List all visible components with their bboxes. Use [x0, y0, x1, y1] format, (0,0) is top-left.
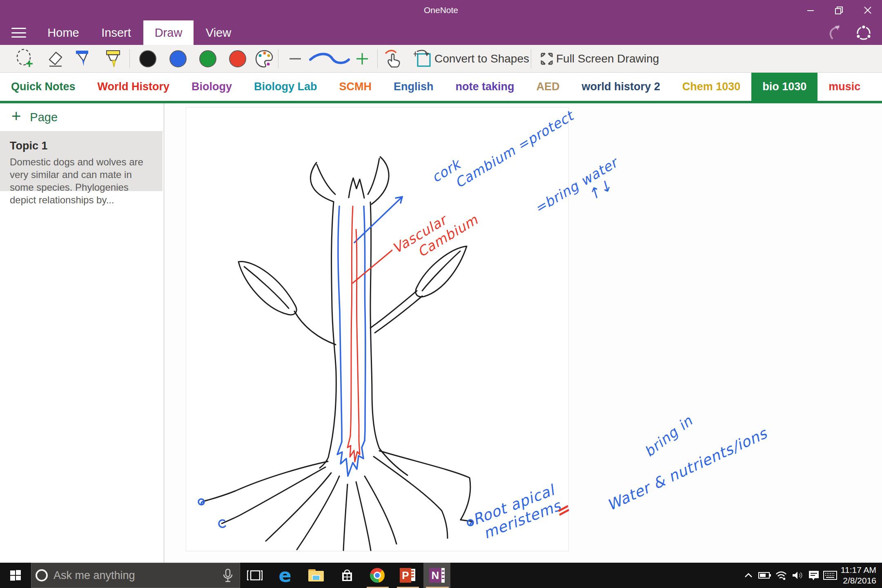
- ink-color-blue[interactable]: [166, 45, 190, 72]
- full-screen-drawing-label[interactable]: Full Screen Drawing: [559, 45, 657, 72]
- taskbar: Ask me anything e: [0, 563, 882, 588]
- ink-color-red[interactable]: [225, 45, 250, 72]
- onenote-window: OneNote Home Insert Draw View: [0, 0, 882, 588]
- red-ink-strokes: [347, 206, 392, 462]
- onenote-taskbar-button[interactable]: N: [423, 563, 450, 588]
- undo-icon[interactable]: [823, 23, 845, 42]
- taskbar-clock[interactable]: 11:17 AM 2/8/2016: [841, 565, 876, 586]
- lasso-select-button[interactable]: [12, 45, 37, 72]
- add-page-plus-icon: +: [11, 107, 21, 125]
- close-icon: [863, 5, 873, 15]
- chrome-icon: [370, 568, 385, 583]
- clock-date: 2/8/2016: [841, 575, 876, 586]
- edge-icon: e: [278, 564, 291, 586]
- touch-hand-icon: [383, 48, 404, 69]
- ink-color-green[interactable]: [196, 45, 220, 72]
- edge-taskbar-button[interactable]: e: [272, 563, 298, 588]
- chrome-taskbar-button[interactable]: [364, 563, 391, 588]
- tab-draw[interactable]: Draw: [143, 20, 194, 45]
- pen-icon: [71, 48, 93, 69]
- decrease-thickness-button[interactable]: [284, 45, 306, 72]
- task-view-icon: [247, 569, 263, 582]
- store-taskbar-button[interactable]: [334, 563, 361, 588]
- full-screen-drawing-button[interactable]: [536, 45, 558, 72]
- battery-icon: [758, 571, 771, 579]
- convert-to-shapes-button[interactable]: [412, 45, 435, 72]
- eraser-icon: [44, 48, 65, 69]
- page-item-topic-1[interactable]: Topic 1 Domestic dogs and wolves are ver…: [0, 131, 163, 191]
- hamburger-menu-button[interactable]: [9, 26, 29, 39]
- clock-time: 11:17 AM: [841, 565, 876, 575]
- minimize-icon: [806, 5, 815, 15]
- stroke-preview-wave-icon: [308, 51, 351, 67]
- draw-toolbar: Convert to Shapes Full Screen Drawing: [0, 45, 882, 73]
- wifi-status[interactable]: [773, 570, 789, 580]
- draw-with-touch-button[interactable]: [381, 45, 405, 72]
- window-title: OneNote: [0, 0, 882, 20]
- title-bar: OneNote: [0, 0, 882, 20]
- section-tab-world-history-2[interactable]: world history 2: [571, 73, 671, 101]
- section-tab-english[interactable]: English: [383, 73, 445, 101]
- page-list-sidebar: + Page Topic 1 Domestic dogs and wolves …: [0, 103, 164, 563]
- powerpoint-icon: P: [400, 568, 415, 583]
- eraser-button[interactable]: [42, 45, 67, 72]
- convert-to-shapes-label[interactable]: Convert to Shapes: [437, 45, 527, 72]
- section-tab-music[interactable]: music: [817, 73, 871, 101]
- minimize-button[interactable]: [796, 0, 825, 20]
- tray-expand-button[interactable]: [740, 572, 757, 579]
- onenote-icon: N: [429, 568, 445, 583]
- plus-icon: [355, 51, 370, 66]
- powerpoint-taskbar-button[interactable]: P: [394, 563, 421, 588]
- section-tab-world-history[interactable]: World History: [87, 73, 181, 101]
- start-button[interactable]: [0, 563, 31, 588]
- tab-insert[interactable]: Insert: [95, 20, 138, 45]
- section-tab-note-taking[interactable]: note taking: [445, 73, 526, 101]
- minus-icon: [288, 51, 303, 66]
- ink-color-black[interactable]: [136, 45, 160, 72]
- plant-sketch: [186, 107, 569, 551]
- battery-status[interactable]: [757, 571, 773, 579]
- section-tab-biology-lab[interactable]: Biology Lab: [243, 73, 328, 101]
- palette-icon: [254, 48, 275, 69]
- section-tab-new-section-1[interactable]: New Section 1: [871, 73, 882, 101]
- search-placeholder: Ask me anything: [53, 569, 222, 582]
- annotation-water-nutrients: Water & nutrients/ions: [604, 425, 770, 514]
- cortana-search-box[interactable]: Ask me anything: [31, 563, 240, 588]
- highlighter-button[interactable]: [101, 45, 125, 72]
- pen-button[interactable]: [70, 45, 94, 72]
- touch-keyboard-button[interactable]: [822, 571, 838, 580]
- content-area: + Page Topic 1 Domestic dogs and wolves …: [0, 103, 882, 563]
- add-page-button[interactable]: + Page: [0, 103, 164, 131]
- section-tab-aed[interactable]: AED: [526, 73, 571, 101]
- store-icon: [340, 568, 354, 582]
- chevron-up-icon: [744, 572, 753, 579]
- volume-status[interactable]: [789, 570, 806, 580]
- tab-home[interactable]: Home: [41, 20, 86, 45]
- more-colors-button[interactable]: [252, 45, 276, 72]
- keyboard-icon: [823, 571, 837, 580]
- section-tab-biology[interactable]: Biology: [180, 73, 243, 101]
- plant-outline: [203, 157, 472, 550]
- wifi-icon: [775, 570, 787, 580]
- annotation-bring-in: bring in: [641, 412, 695, 460]
- lasso-select-icon: [14, 48, 35, 69]
- note-canvas[interactable]: cork Cambium =protect =bring water ↑↓ Va…: [164, 103, 882, 563]
- task-view-button[interactable]: [241, 563, 268, 588]
- section-tab-bio-1030[interactable]: bio 1030: [751, 73, 817, 101]
- close-button[interactable]: [853, 0, 882, 20]
- restore-icon: [834, 5, 844, 15]
- tab-view[interactable]: View: [200, 20, 237, 45]
- section-tab-bar: Quick Notes World History Biology Biolog…: [0, 73, 882, 101]
- action-center-button[interactable]: [806, 570, 822, 581]
- cortana-icon: [36, 569, 48, 581]
- action-center-icon: [808, 570, 820, 581]
- section-tab-scmh[interactable]: SCMH: [328, 73, 383, 101]
- file-explorer-taskbar-button[interactable]: [303, 563, 330, 588]
- restore-button[interactable]: [825, 0, 853, 20]
- increase-thickness-button[interactable]: [351, 45, 373, 72]
- section-tab-chem-1030[interactable]: Chem 1030: [671, 73, 752, 101]
- section-tab-quick-notes[interactable]: Quick Notes: [0, 73, 87, 101]
- system-tray: 11:17 AM 2/8/2016: [740, 563, 882, 588]
- microphone-icon[interactable]: [222, 568, 234, 583]
- share-icon[interactable]: [853, 23, 875, 42]
